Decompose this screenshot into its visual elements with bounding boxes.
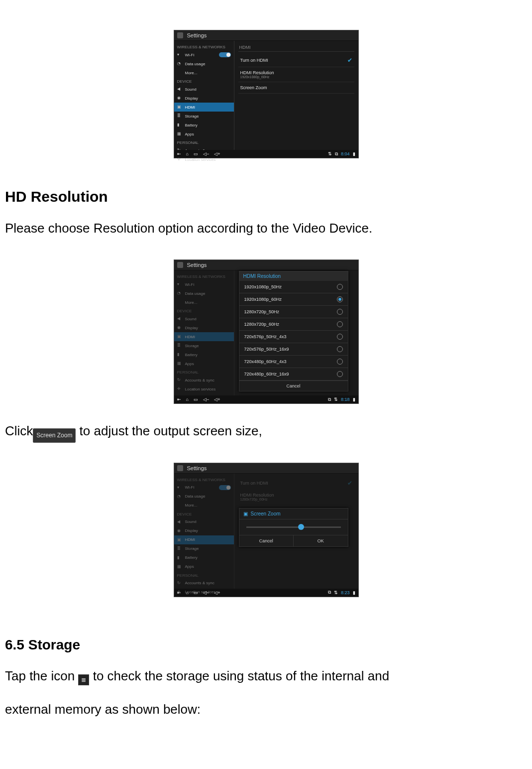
resolution-option[interactable]: 720x576p_50Hz_16x9 [239, 343, 348, 356]
sidebar-item-label: Storage [185, 546, 199, 551]
row-hdmi-resolution[interactable]: HDMI Resolution 1920x1080p_60Hz [238, 67, 354, 82]
heading-hd-resolution: HD Resolution [5, 188, 527, 205]
nav-recent-icon[interactable]: ▭ [194, 397, 198, 402]
row-turn-on-hdmi[interactable]: Turn on HDMI ✔ [238, 477, 354, 490]
sidebar-item-more[interactable]: More... [174, 298, 234, 307]
wifi-toggle[interactable] [219, 485, 231, 490]
sidebar-item-accounts[interactable]: ↻ Accounts & sync [174, 376, 234, 384]
sidebar-item-label: Battery [185, 555, 198, 560]
sidebar-item-location[interactable]: ✛ Location services [174, 384, 234, 393]
sidebar-item-location[interactable]: ✛ Location services [174, 588, 234, 597]
heading-6-5-storage: 6.5 Storage [5, 637, 527, 653]
battery-icon: ▮ [177, 555, 182, 560]
sidebar-item-label: Data usage [185, 494, 206, 499]
sidebar-item-sound[interactable]: ◀ Sound [174, 517, 234, 526]
sidebar-item-label: More... [185, 503, 198, 508]
sidebar-item-battery[interactable]: ▮ Battery [174, 553, 234, 562]
sidebar-item-label: Display [185, 326, 198, 330]
resolution-option[interactable]: 720x480p_60Hz_16x9 [239, 368, 348, 381]
resolution-option[interactable]: 720x576p_50Hz_4x3 [239, 331, 348, 343]
sidebar-item-display[interactable]: ◉ Display [174, 526, 234, 535]
nav-home-icon[interactable]: ⌂ [186, 397, 189, 402]
dialog-ok-button[interactable]: OK [294, 535, 348, 546]
dialog-cancel-button[interactable]: Cancel [239, 381, 348, 391]
zoom-slider[interactable] [246, 526, 341, 528]
sidebar-item-storage[interactable]: ≣ Storage [174, 341, 234, 350]
location-icon: ✛ [177, 386, 182, 391]
nav-back-icon[interactable]: ⇤ [177, 397, 181, 402]
row-hdmi-resolution[interactable]: HDMI Resolution 1280x720p_60Hz [238, 490, 354, 504]
sidebar-item-apps[interactable]: ▦ Apps [174, 562, 234, 571]
row-screen-zoom[interactable]: Screen Zoom [238, 82, 354, 94]
settings-icon [177, 32, 183, 38]
nav-recent-icon[interactable]: ▭ [194, 151, 198, 156]
resolution-option[interactable]: 1920x1080p_60Hz [239, 293, 348, 306]
sidebar-item-data[interactable]: ◔ Data usage [174, 492, 234, 501]
sidebar-item-data[interactable]: ◔ Data usage [174, 289, 234, 298]
sidebar-item-label: Wi-Fi [185, 53, 195, 57]
sidebar-item-hdmi[interactable]: ▣ HDMI [174, 332, 234, 341]
section-wireless-header: WIRELESS & NETWORKS [174, 272, 234, 280]
sidebar-item-wifi[interactable]: ▾ Wi-Fi [174, 50, 234, 59]
sidebar-item-label: Wi-Fi [185, 485, 195, 490]
section-personal-header: PERSONAL [174, 138, 234, 146]
sidebar-item-storage[interactable]: ≣ Storage [174, 544, 234, 553]
nav-home-icon[interactable]: ⌂ [186, 151, 189, 156]
sidebar-item-hdmi[interactable]: ▣ HDMI [174, 535, 234, 544]
sidebar-item-sound[interactable]: ◀ Sound [174, 314, 234, 323]
resolution-option[interactable]: 1280x720p_60Hz [239, 318, 348, 331]
sidebar-item-apps[interactable]: ▦ Apps [174, 129, 234, 138]
storage-icon: ≣ [177, 546, 182, 551]
sidebar-item-accounts[interactable]: ↻ Accounts & sync [174, 579, 234, 588]
sidebar-item-sound[interactable]: ◀ Sound [174, 85, 234, 94]
sidebar-item-display[interactable]: ◉ Display [174, 94, 234, 103]
sidebar-item-battery[interactable]: ▮ Battery [174, 121, 234, 129]
sidebar-item-wifi[interactable]: ▾ Wi-Fi [174, 280, 234, 289]
sidebar-item-display[interactable]: ◉ Display [174, 323, 234, 332]
display-icon: ◉ [177, 325, 182, 330]
nav-vol-down-icon[interactable]: ◁− [203, 151, 209, 156]
sidebar-item-label: Sound [185, 519, 197, 524]
sidebar-item-hdmi[interactable]: ▣ HDMI [174, 103, 234, 112]
sidebar-item-label: Accounts & sync [185, 581, 214, 585]
status-battery-icon: ▮ [353, 397, 355, 402]
option-label: 720x576p_50Hz_4x3 [244, 334, 287, 339]
sound-icon: ◀ [177, 519, 182, 524]
wifi-toggle[interactable] [219, 52, 231, 57]
sidebar-item-apps[interactable]: ▦ Apps [174, 359, 234, 368]
sidebar-item-storage[interactable]: ≣ Storage [174, 112, 234, 121]
hdmi-icon: ▣ [177, 334, 182, 339]
sidebar-item-wifi[interactable]: ▾ Wi-Fi [174, 483, 234, 492]
settings-icon [177, 262, 183, 268]
sidebar-item-more[interactable]: More... [174, 501, 234, 510]
status-clock: 8:23 [341, 590, 350, 595]
battery-icon: ▮ [177, 123, 182, 128]
resolution-option[interactable]: 1920x1080p_50Hz [239, 281, 348, 293]
sidebar-item-label: Battery [185, 353, 198, 357]
nav-back-icon[interactable]: ⇤ [177, 151, 181, 156]
sidebar-item-label: Apps [185, 564, 194, 569]
blank-icon [177, 300, 182, 305]
resolution-option[interactable]: 1280x720p_50Hz [239, 306, 348, 318]
nav-vol-down-icon[interactable]: ◁− [203, 397, 209, 402]
sidebar-item-label: Sound [185, 87, 197, 92]
status-bt-icon: ⧉ [335, 151, 338, 157]
radio-icon [337, 284, 343, 290]
sidebar-item-more[interactable]: More... [174, 68, 234, 77]
settings-icon [177, 465, 183, 471]
sidebar-item-label: Apps [185, 362, 194, 366]
nav-vol-up-icon[interactable]: ◁+ [214, 151, 220, 156]
option-label: 720x480p_60Hz_4x3 [244, 359, 287, 364]
dialog-cancel-button[interactable]: Cancel [239, 535, 294, 546]
sidebar-item-label: More... [185, 300, 198, 305]
paragraph-hd-resolution: Please choose Resolution option accordin… [5, 216, 527, 241]
row-turn-on-hdmi[interactable]: Turn on HDMI ✔ [238, 54, 354, 67]
resolution-option[interactable]: 720x480p_60Hz_4x3 [239, 356, 348, 368]
nav-vol-up-icon[interactable]: ◁+ [214, 397, 220, 402]
screen-zoom-dialog: ▣ Screen Zoom Cancel OK [239, 508, 348, 547]
status-clock: 8:18 [341, 397, 350, 402]
text-tap-icon-pre: Tap the icon [5, 668, 78, 683]
sidebar-item-battery[interactable]: ▮ Battery [174, 350, 234, 359]
sidebar-item-data[interactable]: ◔ Data usage [174, 59, 234, 68]
section-wireless-header: WIRELESS & NETWORKS [174, 476, 234, 483]
